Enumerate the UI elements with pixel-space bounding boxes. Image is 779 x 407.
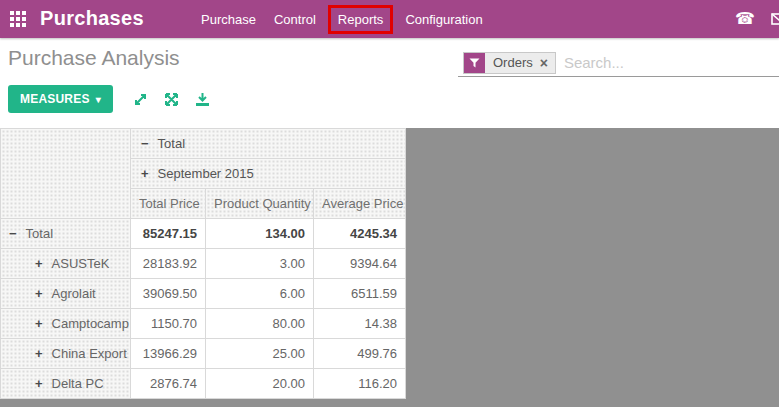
cell-total-price: 39069.50 [131,279,206,309]
download-icon[interactable] [187,88,218,111]
row-header-asustek[interactable]: +ASUSTeK [1,249,131,279]
facet-remove-icon[interactable]: × [539,53,555,73]
expand-icon: + [35,316,43,331]
cell-average-price: 499.76 [314,339,406,369]
cell-average-price: 116.20 [314,369,406,399]
cell-average-price: 14.38 [314,309,406,339]
cell-product-quantity: 6.00 [206,279,314,309]
pivot-toolbar: MEASURES ▾ [8,85,218,113]
search-view: Orders × [458,49,779,77]
row-header-agrolait[interactable]: +Agrolait [1,279,131,309]
chevron-down-icon: ▾ [96,94,101,105]
col-group-september-2015[interactable]: +September 2015 [131,159,406,189]
cell-product-quantity: 3.00 [206,249,314,279]
table-row-camptocamp: +Camptocamp 1150.70 80.00 14.38 [1,309,406,339]
cell-total-price: 13966.29 [131,339,206,369]
cell-total-price: 2876.74 [131,369,206,399]
row-header-china-export[interactable]: +China Export [1,339,131,369]
measure-header-average-price[interactable]: Average Price [314,189,406,219]
expand-icon: + [35,256,43,271]
table-row-agrolait: +Agrolait 39069.50 6.00 6511.59 [1,279,406,309]
cell-average-price: 4245.34 [314,219,406,249]
cell-total-price: 1150.70 [131,309,206,339]
row-header-camptocamp[interactable]: +Camptocamp [1,309,131,339]
cell-average-price: 9394.64 [314,249,406,279]
measures-button-label: MEASURES [20,92,90,106]
top-navbar: Purchases Purchase Control Reports Confi… [0,0,779,38]
pivot-table: −Total +September 2015 Total Price Produ… [0,128,406,399]
table-row-asustek: +ASUSTeK 28183.92 3.00 9394.64 [1,249,406,279]
menu-item-control[interactable]: Control [265,7,325,32]
table-row-total: −Total 85247.15 134.00 4245.34 [1,219,406,249]
menu-item-reports[interactable]: Reports [328,5,394,34]
table-row-delta-pc: +Delta PC 2876.74 20.00 116.20 [1,369,406,399]
row-label: Camptocamp [52,316,129,331]
flip-axis-icon[interactable] [125,88,156,111]
menu-item-purchase[interactable]: Purchase [192,7,265,32]
odoo-window: Purchases Purchase Control Reports Confi… [0,0,779,407]
search-facet-orders[interactable]: Orders × [463,52,556,74]
row-header-total[interactable]: −Total [1,219,131,249]
cell-product-quantity: 25.00 [206,339,314,369]
facet-label: Orders [485,53,539,73]
cell-total-price: 85247.15 [131,219,206,249]
col-group-total[interactable]: −Total [131,129,406,159]
expand-all-icon[interactable] [156,88,187,111]
page-title: Purchase Analysis [8,46,180,70]
expand-icon: + [35,376,43,391]
messages-icon[interactable] [771,13,779,25]
col-group-total-label: Total [158,136,185,151]
row-label: Total [26,226,53,241]
cell-average-price: 6511.59 [314,279,406,309]
table-row-china-export: +China Export 13966.29 25.00 499.76 [1,339,406,369]
expand-icon: + [35,286,43,301]
row-label: ASUSTeK [52,256,110,271]
filter-funnel-icon [464,53,485,73]
col-group-row-total: −Total [1,129,406,159]
row-label: Agrolait [52,286,96,301]
collapse-icon: − [9,226,17,241]
cell-product-quantity: 20.00 [206,369,314,399]
cell-product-quantity: 80.00 [206,309,314,339]
measures-button[interactable]: MEASURES ▾ [8,85,113,113]
search-input[interactable] [556,54,779,71]
expand-icon: + [141,166,149,181]
row-header-delta-pc[interactable]: +Delta PC [1,369,131,399]
cell-total-price: 28183.92 [131,249,206,279]
measure-header-product-quantity[interactable]: Product Quantity [206,189,314,219]
systray: ☎ [735,0,779,38]
main-menu: Purchase Control Reports Configuration [192,0,492,38]
row-label: China Export [52,346,127,361]
measure-header-total-price[interactable]: Total Price [131,189,206,219]
col-group-month-label: September 2015 [158,166,254,181]
cell-product-quantity: 134.00 [206,219,314,249]
row-label: Delta PC [52,376,104,391]
collapse-icon: − [141,136,149,151]
expand-icon: + [35,346,43,361]
apps-menu-icon[interactable] [10,11,27,28]
app-title: Purchases [40,7,144,30]
pivot-corner-cell [1,129,131,219]
phone-icon[interactable]: ☎ [735,11,755,27]
menu-item-configuration[interactable]: Configuration [396,7,491,32]
